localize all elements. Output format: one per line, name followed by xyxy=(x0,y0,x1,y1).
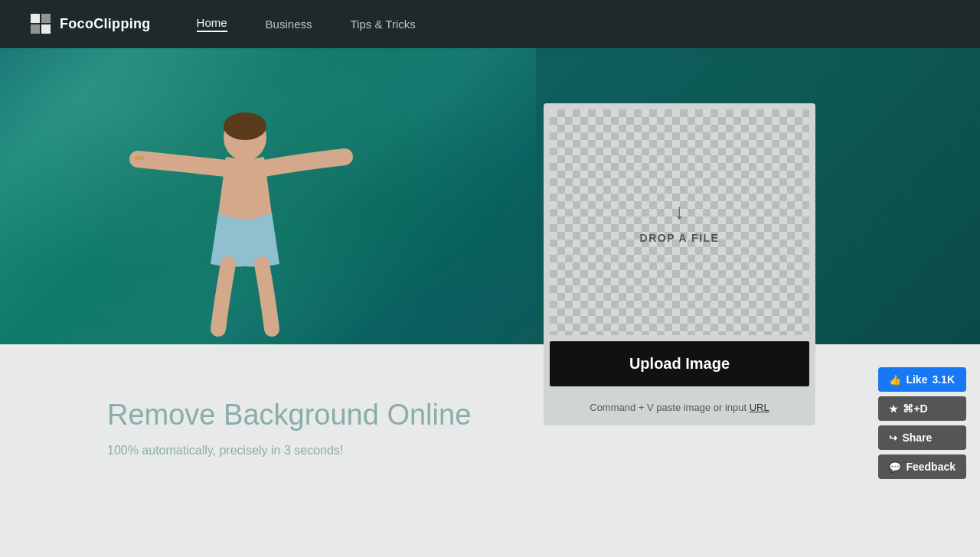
svg-rect-1 xyxy=(41,14,51,23)
hero-section: FocoClipping Home Business Tips & Tricks xyxy=(0,0,980,557)
side-buttons: 👍 Like 3.1K ★ ⌘+D ↪ Share 💬 Feedback xyxy=(878,367,966,479)
logo-icon xyxy=(31,14,52,35)
share-icon: ↪ xyxy=(889,432,897,444)
hero-image xyxy=(92,77,398,383)
paste-hint: Command + V paste image or input URL xyxy=(544,393,815,425)
logo-text: FocoClipping xyxy=(60,16,151,32)
drop-zone[interactable]: ↓ DROP A FILE xyxy=(550,109,809,335)
svg-rect-0 xyxy=(31,14,40,23)
navbar: FocoClipping Home Business Tips & Tricks xyxy=(0,0,980,48)
logo-area: FocoClipping xyxy=(31,14,151,35)
svg-rect-2 xyxy=(31,24,40,34)
like-label: Like xyxy=(906,373,927,386)
share-label: Share xyxy=(902,432,932,444)
bookmark-button[interactable]: ★ ⌘+D xyxy=(878,396,966,421)
star-icon: ★ xyxy=(889,403,898,415)
nav-home[interactable]: Home xyxy=(197,16,227,32)
hero-subtitle: 100% automatically, precisely in 3 secon… xyxy=(107,444,471,458)
upload-card: ↓ DROP A FILE Upload Image Command + V p… xyxy=(544,103,815,425)
url-link[interactable]: URL xyxy=(750,402,769,413)
like-count: 3.1K xyxy=(932,373,955,386)
nav-links: Home Business Tips & Tricks xyxy=(197,16,416,32)
chat-icon: 💬 xyxy=(889,461,901,473)
thumbs-up-icon: 👍 xyxy=(889,374,901,386)
share-button[interactable]: ↪ Share xyxy=(878,425,966,450)
feedback-label: Feedback xyxy=(906,461,956,473)
hero-text-area: Remove Background Online 100% automatica… xyxy=(107,398,471,458)
feedback-button[interactable]: 💬 Feedback xyxy=(878,454,966,479)
hero-title: Remove Background Online xyxy=(107,398,471,433)
paste-hint-text: Command + V paste image or input xyxy=(590,402,746,413)
svg-point-5 xyxy=(224,112,266,140)
svg-rect-7 xyxy=(135,156,144,160)
like-button[interactable]: 👍 Like 3.1K xyxy=(878,367,966,392)
upload-image-button[interactable]: Upload Image xyxy=(550,341,809,386)
drop-arrow-icon: ↓ xyxy=(675,201,685,223)
bookmark-label: ⌘+D xyxy=(903,402,927,415)
drop-text: DROP A FILE xyxy=(640,232,720,244)
nav-business[interactable]: Business xyxy=(266,18,312,31)
nav-tips[interactable]: Tips & Tricks xyxy=(350,18,415,31)
svg-rect-3 xyxy=(41,24,51,34)
